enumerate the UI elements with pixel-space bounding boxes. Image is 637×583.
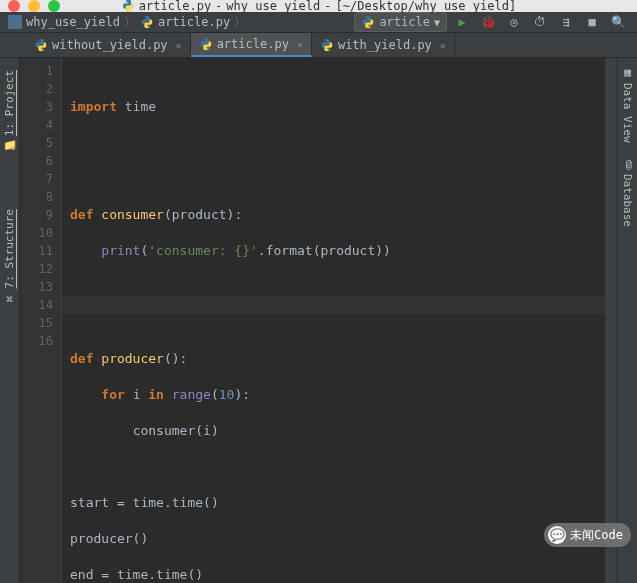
title-project: why_use_yield (226, 0, 320, 13)
run-configuration-selector[interactable]: article ▼ (354, 12, 447, 32)
profile-button[interactable]: ⏱ (531, 13, 549, 31)
structure-tool-button[interactable]: ⌘7: Structure (3, 201, 16, 313)
right-tool-stripe: ▦Data View 🛢Database (617, 58, 637, 583)
close-tab-icon[interactable]: ✕ (440, 40, 446, 51)
tab-without-yield[interactable]: without_yield.py ✕ (26, 33, 191, 57)
left-tool-stripe: 📁1: Project ⌘7: Structure (0, 58, 20, 583)
title-file: article.py (139, 0, 211, 13)
search-button[interactable]: 🔍 (609, 13, 627, 31)
title-path: [~/Desktop/why_use_yield] (336, 0, 517, 13)
tab-with-yield[interactable]: with_yield.py ✕ (312, 33, 455, 57)
chevron-right-icon: 〉 (234, 14, 246, 31)
close-icon[interactable] (8, 0, 20, 12)
maximize-icon[interactable] (48, 0, 60, 12)
debug-button[interactable]: 🐞 (479, 13, 497, 31)
navigation-bar: why_use_yield 〉 article.py 〉 article ▼ ▶… (0, 12, 637, 33)
python-icon (320, 38, 334, 52)
gutter[interactable]: 12345678910111213141516 (20, 58, 62, 583)
titlebar: article.py - why_use_yield - [~/Desktop/… (0, 0, 637, 12)
python-icon (121, 0, 135, 13)
close-tab-icon[interactable]: ✕ (297, 39, 303, 50)
chevron-down-icon: ▼ (434, 17, 440, 28)
run-button[interactable]: ▶ (453, 13, 471, 31)
stop-button[interactable]: ■ (583, 13, 601, 31)
python-icon (199, 37, 213, 51)
chevron-right-icon: 〉 (124, 14, 136, 31)
python-icon (361, 15, 375, 29)
database-tool-button[interactable]: 🛢Database (621, 151, 634, 235)
minimize-icon[interactable] (28, 0, 40, 12)
coverage-button[interactable]: ◎ (505, 13, 523, 31)
code-editor[interactable]: import time def consumer(product): print… (62, 58, 605, 583)
editor-tabs: without_yield.py ✕ article.py ✕ with_yie… (0, 33, 637, 58)
concurrency-button[interactable]: ⇶ (557, 13, 575, 31)
breadcrumb-file[interactable]: article.py (140, 15, 230, 29)
folder-icon (8, 15, 22, 29)
project-tool-button[interactable]: 📁1: Project (3, 62, 16, 161)
tab-article[interactable]: article.py ✕ (191, 33, 312, 57)
python-icon (34, 38, 48, 52)
vertical-scrollbar[interactable] (605, 58, 617, 583)
dataview-tool-button[interactable]: ▦Data View (621, 58, 634, 151)
python-icon (140, 15, 154, 29)
close-tab-icon[interactable]: ✕ (176, 40, 182, 51)
breadcrumb-folder[interactable]: why_use_yield (8, 15, 120, 29)
